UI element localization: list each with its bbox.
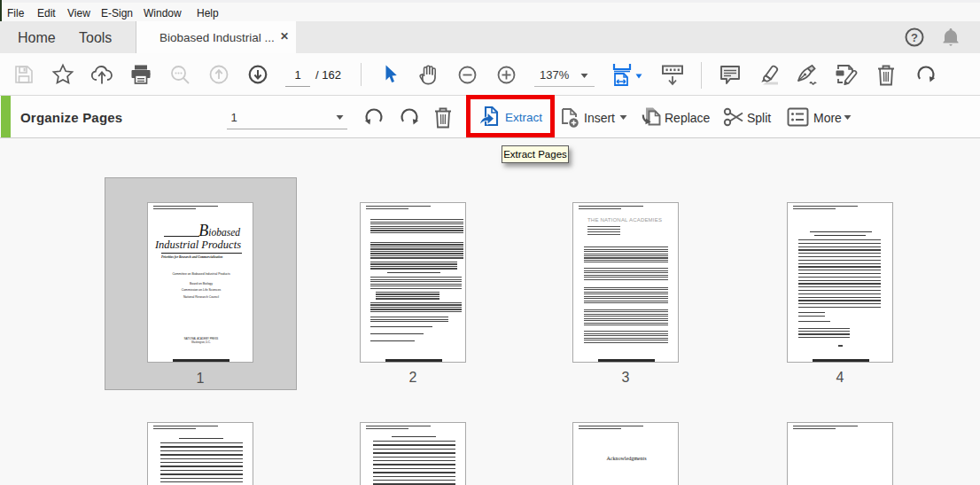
svg-text:?: ? — [911, 31, 918, 44]
